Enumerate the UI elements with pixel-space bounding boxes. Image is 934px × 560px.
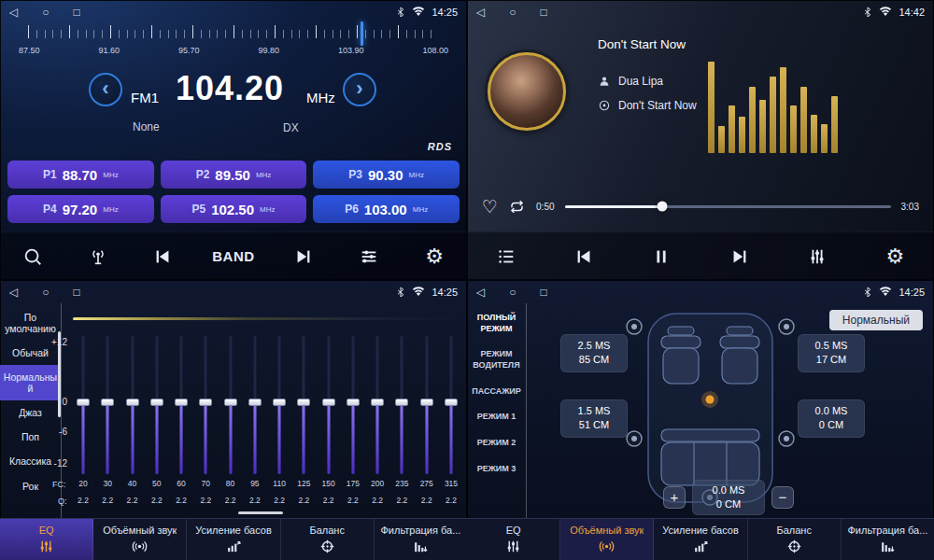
slider-handle[interactable]: [347, 399, 360, 406]
tab-balance[interactable]: Баланс: [281, 519, 375, 560]
prev-track-icon[interactable]: [147, 246, 178, 267]
tab-filter[interactable]: Фильтрация ба...: [375, 519, 467, 560]
radio-preset-p3[interactable]: P390.30MHz: [313, 161, 460, 189]
radio-preset-p4[interactable]: P497.20MHz: [7, 195, 154, 223]
seek-bar[interactable]: [565, 205, 891, 208]
eq-sliders-icon[interactable]: [801, 246, 833, 267]
nav-back-icon[interactable]: ◁: [476, 287, 485, 298]
pause-icon[interactable]: [645, 246, 677, 267]
slider-handle[interactable]: [322, 399, 335, 406]
slider-handle[interactable]: [101, 399, 114, 406]
nav-home-icon[interactable]: ○: [509, 287, 516, 298]
delay-rear-left[interactable]: 1.5 MS 51 CM: [560, 399, 628, 438]
slider-handle[interactable]: [273, 399, 286, 406]
eq-sliders-icon[interactable]: [353, 246, 385, 267]
nav-recents-icon[interactable]: □: [540, 7, 546, 18]
eq-band-slider-150hz[interactable]: [320, 336, 337, 474]
delay-decrease-button[interactable]: −: [771, 486, 794, 509]
seek-bar-handle[interactable]: [658, 202, 668, 212]
antenna-icon[interactable]: [82, 246, 114, 267]
nav-home-icon[interactable]: ○: [509, 7, 516, 18]
eq-band-slider-275hz[interactable]: [418, 336, 435, 474]
slider-handle[interactable]: [175, 399, 188, 406]
slider-handle[interactable]: [224, 399, 237, 406]
eq-band-slider-30hz[interactable]: [99, 336, 116, 474]
tab-bass-boost[interactable]: Усиление басов: [654, 519, 747, 560]
eq-band-slider-80hz[interactable]: [222, 336, 239, 474]
radio-preset-p6[interactable]: P6103.00MHz: [313, 195, 460, 223]
playlist-icon[interactable]: [490, 246, 522, 267]
eq-band-slider-315hz[interactable]: [443, 336, 460, 474]
surround-mode-item[interactable]: РЕЖИМ ВОДИТЕЛЯ: [467, 343, 526, 376]
scale-label: 95.70: [178, 46, 200, 55]
eq-band-slider-125hz[interactable]: [295, 336, 312, 474]
eq-preset-item[interactable]: По умолчанию: [0, 305, 61, 341]
delay-front-right[interactable]: 0.5 MS 17 CM: [798, 334, 865, 372]
nav-home-icon[interactable]: ○: [42, 7, 49, 18]
eq-band-slider-175hz[interactable]: [345, 336, 361, 474]
tune-up-button[interactable]: ›: [343, 73, 376, 106]
eq-top-indicator: [73, 317, 458, 320]
radio-preset-p1[interactable]: P188.70MHz: [7, 161, 154, 189]
delay-front-left[interactable]: 2.5 MS 85 CM: [560, 334, 628, 372]
sound-preset-button[interactable]: Нормальный: [829, 310, 923, 330]
delay-rear-right[interactable]: 0.0 MS 0 CM: [798, 399, 865, 438]
delay-increase-button[interactable]: +: [663, 486, 686, 509]
eq-band-slider-50hz[interactable]: [149, 336, 165, 474]
nav-back-icon[interactable]: ◁: [9, 7, 18, 18]
tab-surround-sound[interactable]: Объёмный звук: [93, 519, 187, 560]
radio-preset-p2[interactable]: P289.50MHz: [161, 161, 307, 189]
repeat-icon[interactable]: [508, 198, 526, 216]
settings-gear-icon[interactable]: ⚙: [879, 246, 911, 267]
db-label: +12: [39, 337, 67, 347]
tab-bass-boost[interactable]: Усиление басов: [187, 519, 280, 560]
surround-mode-item[interactable]: РЕЖИМ 3: [467, 458, 526, 481]
nav-back-icon[interactable]: ◁: [9, 287, 18, 298]
slider-handle[interactable]: [248, 399, 262, 406]
nav-home-icon[interactable]: ○: [42, 287, 49, 298]
surround-mode-item[interactable]: РЕЖИМ 1: [467, 406, 526, 428]
nav-recents-icon[interactable]: □: [73, 7, 79, 18]
scan-icon[interactable]: [17, 246, 49, 267]
eq-band-slider-95hz[interactable]: [247, 336, 263, 474]
frequency-ruler[interactable]: [28, 24, 439, 43]
slider-handle[interactable]: [371, 399, 384, 406]
slider-handle[interactable]: [445, 399, 458, 406]
eq-band-slider-200hz[interactable]: [369, 336, 386, 474]
slider-handle[interactable]: [395, 399, 408, 406]
tab-filter[interactable]: Фильтрация ба...: [842, 519, 934, 560]
eq-band-slider-40hz[interactable]: [124, 336, 141, 474]
surround-mode-item[interactable]: ПОЛНЫЙ РЕЖИМ: [467, 307, 526, 340]
tab-surround-sound[interactable]: Объёмный звук: [560, 519, 654, 560]
surround-mode-item[interactable]: ПАССАЖИР: [467, 381, 526, 403]
eq-band-slider-235hz[interactable]: [393, 336, 410, 474]
next-track-icon[interactable]: [724, 246, 756, 267]
eq-band-slider-110hz[interactable]: [271, 336, 288, 474]
eq-band-slider-20hz[interactable]: [75, 336, 92, 474]
horizontal-scrollbar[interactable]: [238, 511, 283, 514]
tab-eq[interactable]: EQ: [467, 519, 560, 560]
slider-handle[interactable]: [199, 399, 212, 406]
seek-bar-fill: [565, 205, 663, 208]
eq-band-slider-70hz[interactable]: [197, 336, 214, 474]
nav-back-icon[interactable]: ◁: [476, 7, 485, 18]
surround-mode-item[interactable]: РЕЖИМ 2: [467, 432, 526, 455]
audio-visualizer: [708, 62, 848, 153]
slider-handle[interactable]: [150, 399, 163, 406]
tab-balance[interactable]: Баланс: [748, 519, 842, 560]
favorite-icon[interactable]: ♡: [482, 198, 498, 216]
prev-track-icon[interactable]: [568, 246, 600, 267]
radio-preset-p5[interactable]: P5102.50MHz: [161, 195, 307, 223]
next-track-icon[interactable]: [288, 246, 319, 267]
slider-handle[interactable]: [126, 399, 139, 406]
slider-handle[interactable]: [77, 399, 90, 406]
slider-handle[interactable]: [420, 399, 433, 406]
settings-gear-icon[interactable]: ⚙: [418, 246, 450, 267]
tab-eq[interactable]: EQ: [0, 519, 93, 560]
eq-band-slider-60hz[interactable]: [173, 336, 190, 474]
nav-recents-icon[interactable]: □: [540, 287, 546, 298]
band-button[interactable]: BAND: [212, 248, 254, 264]
nav-recents-icon[interactable]: □: [73, 287, 79, 298]
tune-down-button[interactable]: ‹: [89, 73, 122, 106]
slider-handle[interactable]: [297, 399, 310, 406]
